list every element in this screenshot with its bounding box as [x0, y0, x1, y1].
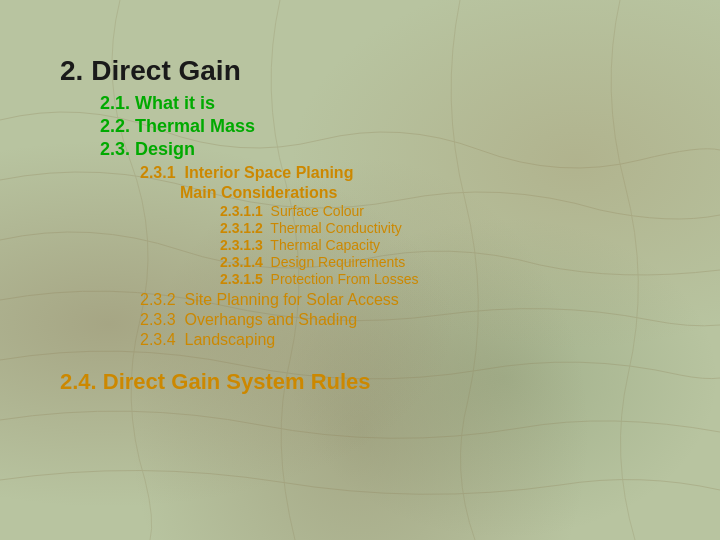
item-231: 2.3.1 Interior Space Planing	[140, 164, 680, 182]
item-234-num: 2.3.4	[140, 331, 176, 348]
item-21: 2.1. What it is	[100, 93, 680, 114]
item-231-text: Interior Space Planing	[184, 164, 353, 181]
item-234: 2.3.4 Landscaping	[140, 331, 680, 349]
heading-direct-gain: 2. Direct Gain	[60, 55, 680, 87]
item-2315: 2.3.1.5 Protection From Losses	[220, 271, 680, 287]
item-2314: 2.3.1.4 Design Requirements	[220, 254, 680, 270]
item-24: 2.4. Direct Gain System Rules	[60, 369, 680, 395]
item-232-num: 2.3.2	[140, 291, 176, 308]
item-2313-text: Thermal Capacity	[270, 237, 380, 253]
item-233-text: Overhangs and Shading	[184, 311, 357, 328]
item-232: 2.3.2 Site Planning for Solar Access	[140, 291, 680, 309]
item-2312-text: Thermal Conductivity	[270, 220, 402, 236]
item-233-num: 2.3.3	[140, 311, 176, 328]
main-content: 2. Direct Gain 2.1. What it is 2.2. Ther…	[60, 55, 680, 395]
item-2313: 2.3.1.3 Thermal Capacity	[220, 237, 680, 253]
item-233: 2.3.3 Overhangs and Shading	[140, 311, 680, 329]
item-2312-num: 2.3.1.2	[220, 220, 263, 236]
heading-title: Direct Gain	[91, 55, 240, 87]
item-2314-text: Design Requirements	[271, 254, 406, 270]
item-2311-num: 2.3.1.1	[220, 203, 263, 219]
item-2313-num: 2.3.1.3	[220, 237, 263, 253]
item-23: 2.3. Design	[100, 139, 680, 160]
item-2312: 2.3.1.2 Thermal Conductivity	[220, 220, 680, 236]
item-2315-num: 2.3.1.5	[220, 271, 263, 287]
main-considerations: Main Considerations	[180, 184, 680, 202]
item-2314-num: 2.3.1.4	[220, 254, 263, 270]
item-22: 2.2. Thermal Mass	[100, 116, 680, 137]
item-234-text: Landscaping	[184, 331, 275, 348]
item-2315-text: Protection From Losses	[271, 271, 419, 287]
heading-number: 2.	[60, 55, 83, 87]
item-232-text: Site Planning for Solar Access	[184, 291, 398, 308]
item-231-number: 2.3.1	[140, 164, 176, 181]
item-2311-text: Surface Colour	[271, 203, 364, 219]
item-2311: 2.3.1.1 Surface Colour	[220, 203, 680, 219]
